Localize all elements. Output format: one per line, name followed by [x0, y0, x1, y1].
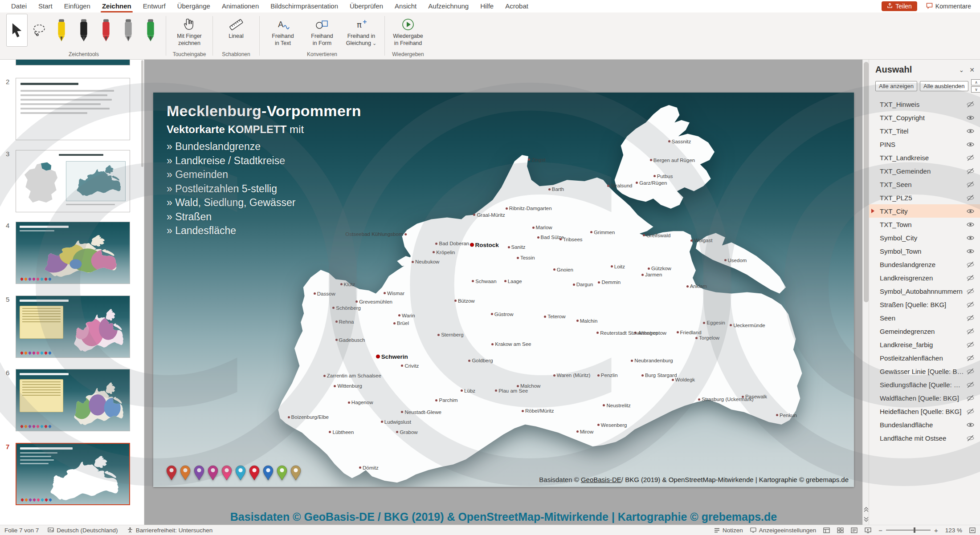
pen-button-2[interactable]: [73, 14, 94, 47]
zoom-slider-thumb[interactable]: [914, 527, 915, 533]
menu-tab-datei[interactable]: Datei: [5, 0, 33, 12]
next-slide-button[interactable]: [864, 517, 869, 522]
language-label[interactable]: Deutsch (Deutschland): [57, 527, 118, 534]
comments-button[interactable]: Kommentare: [923, 2, 974, 11]
menu-tab-aufzeichnung[interactable]: Aufzeichnung: [422, 0, 474, 12]
ink-replay-button[interactable]: Wiedergabe in Freihand: [389, 14, 427, 47]
display-settings-button[interactable]: Anzeigeeinstellungen: [750, 527, 816, 534]
visibility-on-icon[interactable]: [964, 421, 975, 429]
layer-row-TXT_Seen[interactable]: TXT_Seen: [869, 178, 980, 191]
slide-thumbnail-6[interactable]: 6: [16, 369, 130, 431]
visibility-off-icon[interactable]: [964, 367, 975, 376]
layer-row-Landfläche mit Ostsee[interactable]: Landfläche mit Ostsee: [869, 431, 980, 445]
lasso-select-button[interactable]: [29, 14, 50, 47]
layer-row-Symbol_City[interactable]: Symbol_City: [869, 231, 980, 244]
visibility-off-icon[interactable]: [964, 381, 975, 389]
ink-to-math-button[interactable]: π Freihand in Gleichung⌄: [343, 14, 380, 47]
pen-button-5[interactable]: [140, 14, 161, 47]
layer-row-Waldflächen [Quelle: BKG][interactable]: Waldflächen [Quelle: BKG]: [869, 391, 980, 405]
layer-row-Landkreisgrenzen[interactable]: Landkreisgrenzen: [869, 271, 980, 284]
pane-options-chevron-icon[interactable]: ⌄: [959, 66, 964, 73]
menu-tab-zeichnen[interactable]: Zeichnen: [96, 0, 137, 12]
slideshow-button[interactable]: [865, 527, 871, 533]
visibility-on-icon[interactable]: [964, 140, 975, 149]
visibility-off-icon[interactable]: [964, 100, 975, 109]
zoom-slider[interactable]: [886, 530, 931, 531]
slide-thumbnail-2[interactable]: 2: [16, 78, 130, 140]
menu-tab-bildschirmpräsentation[interactable]: Bildschirmpräsentation: [265, 0, 344, 12]
notes-button[interactable]: Notizen: [714, 527, 743, 534]
layer-row-Bundeslandgrenze[interactable]: Bundeslandgrenze: [869, 258, 980, 271]
visibility-off-icon[interactable]: [964, 274, 975, 282]
ink-to-shape-button[interactable]: Freihand in Form: [303, 14, 341, 47]
visibility-off-icon[interactable]: [964, 167, 975, 175]
slide-thumbnail-3[interactable]: 3: [16, 150, 130, 212]
slide-thumbnail-7[interactable]: 7: [16, 443, 130, 505]
layer-row-TXT_Copyright[interactable]: TXT_Copyright: [869, 111, 980, 124]
visibility-off-icon[interactable]: [964, 194, 975, 202]
menu-tab-überprüfen[interactable]: Überprüfen: [344, 0, 389, 12]
accessibility-label[interactable]: Barrierefreiheit: Untersuchen: [136, 527, 213, 534]
layer-row-TXT_Town[interactable]: TXT_Town: [869, 218, 980, 231]
show-all-button[interactable]: Alle anzeigen: [875, 81, 917, 91]
visibility-off-icon[interactable]: [964, 154, 975, 162]
visibility-off-icon[interactable]: [964, 407, 975, 416]
layer-row-Postleitzahlenflächen[interactable]: Postleitzahlenflächen: [869, 351, 980, 365]
pen-button-1[interactable]: [51, 14, 72, 47]
visibility-off-icon[interactable]: [964, 300, 975, 309]
view-reading-button[interactable]: [851, 527, 858, 533]
layer-row-TXT_Gemeinden[interactable]: TXT_Gemeinden: [869, 164, 980, 178]
hide-all-button[interactable]: Alle ausblenden: [920, 81, 968, 91]
visibility-off-icon[interactable]: [964, 394, 975, 402]
layer-row-TXT_City[interactable]: TXT_City: [869, 204, 980, 218]
layer-row-Straßen [Quelle: BKG][interactable]: Straßen [Quelle: BKG]: [869, 298, 980, 311]
move-down-button[interactable]: ∨: [971, 86, 980, 93]
pen-button-3[interactable]: [95, 14, 117, 47]
menu-tab-übergänge[interactable]: Übergänge: [172, 0, 216, 12]
zoom-out-button[interactable]: −: [878, 527, 882, 534]
layer-row-TXT_Titel[interactable]: TXT_Titel: [869, 124, 980, 138]
visibility-off-icon[interactable]: [964, 354, 975, 362]
menu-tab-ansicht[interactable]: Ansicht: [389, 0, 422, 12]
pen-button-4[interactable]: [118, 14, 139, 47]
previous-slide-button[interactable]: [864, 507, 869, 512]
menu-tab-entwurf[interactable]: Entwurf: [137, 0, 172, 12]
visibility-off-icon[interactable]: [964, 314, 975, 322]
slide[interactable]: Mecklenburg-Vorpommern Vektorkarte KOMPL…: [153, 93, 854, 487]
visibility-on-icon[interactable]: [964, 127, 975, 135]
slide-thumbnail-4[interactable]: 4: [16, 222, 130, 284]
visibility-off-icon[interactable]: [964, 340, 975, 349]
move-up-button[interactable]: ∧: [971, 79, 980, 85]
visibility-on-icon[interactable]: [964, 207, 975, 215]
layer-row-Seen[interactable]: Seen: [869, 311, 980, 324]
layer-row-Siedlungsfläche [Quelle: BKG][interactable]: Siedlungsfläche [Quelle: BKG]: [869, 378, 980, 391]
ink-to-text-button[interactable]: A Freihand in Text: [264, 14, 302, 47]
zoom-level[interactable]: 123 %: [945, 527, 962, 534]
visibility-off-icon[interactable]: [964, 180, 975, 189]
copyright-link[interactable]: GeoBasis-DE: [581, 476, 621, 483]
layer-row-Gemeindegrenzen[interactable]: Gemeindegrenzen: [869, 324, 980, 338]
layer-row-Symbol_Autobahnnummern[interactable]: Symbol_Autobahnnummern: [869, 284, 980, 298]
visibility-on-icon[interactable]: [964, 247, 975, 255]
draw-with-finger-button[interactable]: Mit Finger zeichnen: [171, 14, 208, 47]
layer-row-PINS[interactable]: PINS: [869, 138, 980, 151]
visibility-off-icon[interactable]: [964, 287, 975, 296]
view-normal-button[interactable]: [823, 527, 830, 533]
layer-row-TXT_Landkreise[interactable]: TXT_Landkreise: [869, 151, 980, 164]
layer-row-Bundeslandfläche[interactable]: Bundeslandfläche: [869, 418, 980, 431]
select-tool-button[interactable]: [6, 14, 28, 47]
zoom-in-button[interactable]: +: [934, 527, 938, 534]
visibility-off-icon[interactable]: [964, 434, 975, 442]
slide-thumbnail-5[interactable]: 5: [16, 296, 130, 358]
layer-row-Symbol_Town[interactable]: Symbol_Town: [869, 244, 980, 258]
menu-tab-acrobat[interactable]: Acrobat: [499, 0, 534, 12]
visibility-off-icon[interactable]: [964, 327, 975, 336]
menu-tab-einfügen[interactable]: Einfügen: [58, 0, 96, 12]
layer-row-TXT_PLZ5[interactable]: TXT_PLZ5: [869, 191, 980, 204]
layer-row-Heideflächen [Quelle: BKG][interactable]: Heideflächen [Quelle: BKG]: [869, 405, 980, 418]
slide-thumbnail-1-partial[interactable]: [16, 59, 130, 65]
share-button[interactable]: Teilen: [882, 1, 917, 11]
editing-canvas[interactable]: Mecklenburg-Vorpommern Vektorkarte KOMPL…: [144, 59, 862, 525]
view-sorter-button[interactable]: [837, 527, 844, 533]
layer-row-TXT_Hinweis[interactable]: TXT_Hinweis: [869, 97, 980, 111]
